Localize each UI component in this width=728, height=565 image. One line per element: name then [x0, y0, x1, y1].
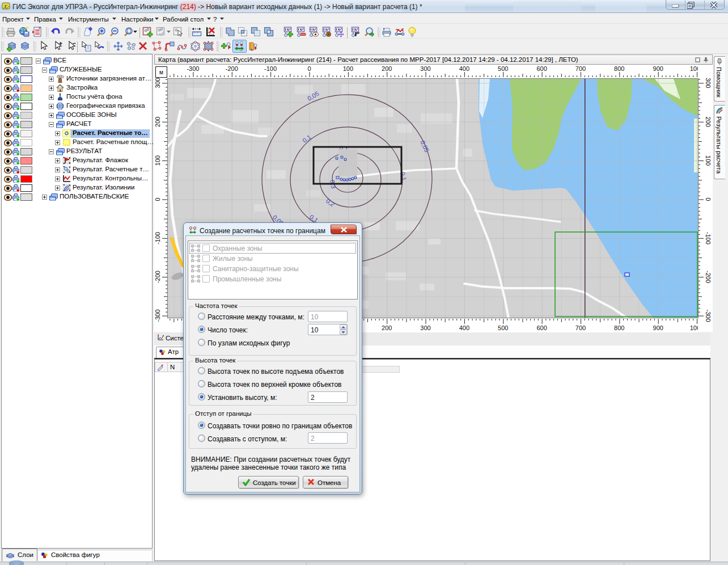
svg-text:0: 0 — [705, 197, 712, 201]
svg-text:0: 0 — [154, 197, 161, 201]
svg-text:-200: -200 — [226, 65, 238, 72]
svg-text:200: 200 — [382, 324, 392, 331]
svg-text:100: 100 — [154, 155, 161, 166]
svg-text:-100: -100 — [705, 232, 712, 244]
svg-text:100: 100 — [343, 65, 353, 72]
svg-text:200: 200 — [705, 117, 712, 127]
svg-text:-100: -100 — [154, 232, 161, 244]
svg-text:200: 200 — [154, 117, 161, 127]
svg-text:500: 500 — [498, 324, 508, 331]
svg-text:-200: -200 — [705, 271, 712, 283]
svg-text:-300: -300 — [705, 309, 712, 322]
svg-text:-100: -100 — [264, 65, 277, 72]
svg-text:900: 900 — [653, 65, 663, 72]
svg-text:800: 800 — [614, 324, 624, 331]
svg-text:700: 700 — [575, 324, 586, 331]
svg-text:800: 800 — [614, 65, 624, 72]
svg-text:100: 100 — [705, 155, 712, 166]
svg-text:-300: -300 — [187, 65, 199, 72]
svg-text:400: 400 — [459, 324, 469, 331]
svg-text:1000: 1000 — [690, 65, 698, 72]
svg-text:300: 300 — [420, 324, 430, 331]
svg-text:300: 300 — [420, 65, 430, 72]
svg-text:600: 600 — [536, 324, 547, 331]
svg-text:-200: -200 — [154, 271, 161, 283]
svg-text:600: 600 — [536, 65, 547, 72]
svg-text:400: 400 — [459, 65, 469, 72]
svg-text:1000: 1000 — [690, 324, 698, 331]
svg-text:500: 500 — [498, 65, 508, 72]
svg-text:200: 200 — [382, 65, 392, 72]
svg-text:900: 900 — [653, 324, 663, 331]
svg-text:300: 300 — [154, 78, 161, 88]
svg-text:300: 300 — [705, 78, 712, 88]
svg-text:0: 0 — [307, 65, 311, 72]
svg-text:-300: -300 — [154, 309, 161, 322]
svg-text:700: 700 — [575, 65, 586, 72]
